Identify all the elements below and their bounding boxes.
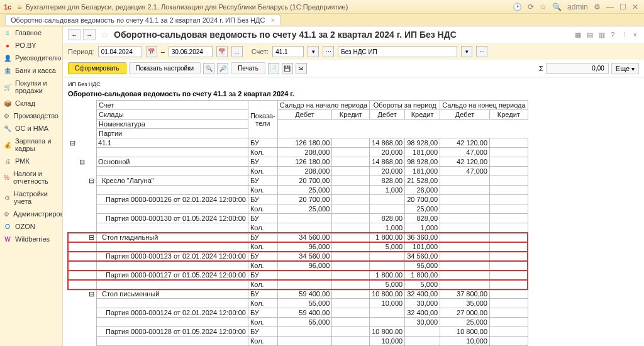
sidebar-icon: 🛒 <box>4 83 11 91</box>
sidebar-item[interactable]: 🛒Покупки и продажи <box>0 77 62 97</box>
close-icon[interactable]: ✕ <box>632 3 638 11</box>
nav-back-button[interactable]: ← <box>68 29 80 40</box>
refresh-icon[interactable]: ⟳ <box>528 3 534 11</box>
tab-report[interactable]: Оборотно-сальдовая ведомость по счету 41… <box>5 14 280 25</box>
table-row[interactable]: ⊟ОсновнойБУ126 180,0014 868,0098 928,004… <box>68 157 528 167</box>
sidebar-icon: ● <box>4 42 11 49</box>
star-icon[interactable]: ☆ <box>540 3 547 11</box>
sidebar-item[interactable]: ●PO.BY <box>0 39 62 52</box>
sidebar-item-label: Налоги и отчетность <box>13 170 58 185</box>
sidebar-item-label: Производство <box>13 112 58 120</box>
print-preview-icon[interactable]: ▦ <box>575 31 581 38</box>
nav-fwd-button[interactable]: → <box>83 29 96 40</box>
date-from-picker-icon[interactable]: 📅 <box>146 46 157 57</box>
sidebar-item-label: Главное <box>15 29 42 36</box>
favorite-icon[interactable]: ☆ <box>101 30 109 40</box>
maximize-icon[interactable]: ☐ <box>619 3 626 11</box>
sidebar-item[interactable]: ≡Главное <box>0 26 62 39</box>
help-icon[interactable]: ? <box>611 31 614 38</box>
sidebar-icon: 📦 <box>4 99 11 107</box>
show-settings-button[interactable]: Показать настройки <box>129 62 201 74</box>
sidebar-item[interactable]: 🏦Банк и касса <box>0 64 62 77</box>
table-row[interactable]: Кол.5,0005,000 <box>68 280 528 289</box>
table-row[interactable]: Кол.10,00010,000 <box>68 337 528 346</box>
table-row[interactable]: Кол.25,00025,000 <box>68 204 528 214</box>
dash: – <box>161 48 165 55</box>
sidebar-item[interactable]: ⚙Производство <box>0 109 62 122</box>
minimize-icon[interactable]: — <box>606 3 614 11</box>
sidebar-icon: 🔧 <box>4 125 11 132</box>
date-from-input[interactable] <box>98 46 142 57</box>
chart-icon[interactable]: ▥ <box>599 31 605 38</box>
sidebar-icon: ⚙ <box>4 112 9 120</box>
table-row[interactable]: Партия 0000-000123 от 02.01.2024 12:00:0… <box>68 252 528 261</box>
menu-dots-icon[interactable]: ⋮ <box>621 31 628 38</box>
sidebar-item[interactable]: ⚙Настройки учета <box>0 187 62 208</box>
save-icon[interactable]: 💾 <box>282 63 293 74</box>
sidebar-item[interactable]: 🔧ОС и НМА <box>0 122 62 135</box>
sidebar-item[interactable]: ⚙Администрирование <box>0 208 62 220</box>
menu-icon[interactable]: ≡ <box>18 3 21 11</box>
sidebar-item-label: ОС и НМА <box>15 125 48 132</box>
account-open-icon[interactable]: ⋯ <box>323 46 334 57</box>
account-dd-icon[interactable]: ▾ <box>308 46 319 57</box>
tabbar: Оборотно-сальдовая ведомость по счету 41… <box>0 14 644 26</box>
date-to-picker-icon[interactable]: 📅 <box>216 46 228 57</box>
table-row[interactable]: Кол.55,00030,00025,000 <box>68 318 528 327</box>
tab-close-icon[interactable]: × <box>271 16 275 24</box>
close-panel-icon[interactable]: × <box>633 31 637 38</box>
content-header: ← → ☆ Оборотно-сальдовая ведомость по сч… <box>63 26 644 43</box>
table-row[interactable]: Кол.1,0001,000 <box>68 223 528 233</box>
table-row[interactable]: Кол.208,00020,000181,00047,000 <box>68 148 528 157</box>
table-row[interactable]: Партия 0000-000126 от 02.01.2024 12:00:0… <box>68 195 528 204</box>
page-title: Оборотно-сальдовая ведомость по счету 41… <box>114 30 570 40</box>
more-button[interactable]: Еще ▾ <box>611 63 639 74</box>
sidebar-item[interactable]: 👤Руководителю <box>0 52 62 64</box>
table-row[interactable]: ⊟Стол письменныйБУ59 400,0010 800,0032 4… <box>68 289 528 299</box>
date-to-input[interactable] <box>169 46 213 57</box>
print-button[interactable]: Печать <box>231 62 265 74</box>
sidebar-item-label: Wildberries <box>15 235 50 243</box>
table-row[interactable]: Кол.55,00010,00030,00035,000 <box>68 299 528 308</box>
calc-icon[interactable]: ▤ <box>587 31 593 38</box>
mail-icon[interactable]: ✉ <box>296 63 307 74</box>
user-label[interactable]: admin <box>567 3 588 11</box>
sidebar-item-label: Руководителю <box>15 54 61 62</box>
report-area[interactable]: ИП Без НДС Оборотно-сальдовая ведомость … <box>63 77 644 346</box>
table-row[interactable]: Кол.96,00096,000 <box>68 261 528 271</box>
org-input[interactable] <box>338 46 457 57</box>
form-button[interactable]: Сформировать <box>68 62 126 74</box>
org-open-icon[interactable]: ⋯ <box>476 46 487 57</box>
find-next-icon[interactable]: 🔎 <box>217 63 228 74</box>
sidebar-item[interactable]: 🖨РМК <box>0 155 62 167</box>
table-row[interactable]: Партия 0000-000128 от 01.05.2024 12:00:0… <box>68 327 528 337</box>
search-icon[interactable]: 🔍 <box>552 3 562 11</box>
sidebar-item[interactable]: OOZON <box>0 220 62 233</box>
table-row[interactable]: Партия 0000-000127 от 01.05.2024 12:00:0… <box>68 271 528 280</box>
sidebar-icon: ⚙ <box>4 210 9 218</box>
sum-icon: Σ <box>539 65 543 72</box>
sidebar-item-label: OZON <box>15 223 35 230</box>
table-row[interactable]: Кол.25,0001,00026,000 <box>68 186 528 195</box>
app-title: Бухгалтерия для Беларуси, редакция 2.1. … <box>26 3 348 11</box>
bell-icon[interactable]: 🕑 <box>513 3 522 11</box>
org-dd-icon[interactable]: ▾ <box>461 46 472 57</box>
table-row[interactable]: Партия 0000-000130 от 01.05.2024 12:00:0… <box>68 214 528 223</box>
table-row[interactable]: ⊟41.1БУ126 180,0014 868,0098 928,0042 12… <box>68 138 528 148</box>
table-row[interactable]: ⊟Кресло "Лагуна"БУ20 700,00828,0021 528,… <box>68 176 528 186</box>
sidebar-item[interactable]: WWildberries <box>0 233 62 245</box>
account-input[interactable] <box>272 46 304 57</box>
report-table: СчетПоказа-телиСальдо на начало периодаО… <box>68 100 528 346</box>
sidebar-item[interactable]: 📦Склад <box>0 97 62 109</box>
export-icon[interactable]: 📄 <box>268 63 279 74</box>
table-row[interactable]: Кол.96,0005,000101,000 <box>68 242 528 252</box>
sidebar-icon: ⚙ <box>4 194 10 201</box>
table-row[interactable]: ⊟Стол гладильныйБУ34 560,001 800,0036 36… <box>68 233 528 242</box>
period-select-icon[interactable]: … <box>231 46 243 57</box>
sidebar-item[interactable]: 💰Зарплата и кадры <box>0 135 62 155</box>
settings-icon[interactable]: ⚙ <box>594 3 601 11</box>
table-row[interactable]: Кол.208,00020,000181,00047,000 <box>68 167 528 176</box>
table-row[interactable]: Партия 0000-000124 от 02.01.2024 12:00:0… <box>68 308 528 318</box>
find-icon[interactable]: 🔍 <box>203 63 214 74</box>
sidebar-item[interactable]: %Налоги и отчетность <box>0 167 62 187</box>
